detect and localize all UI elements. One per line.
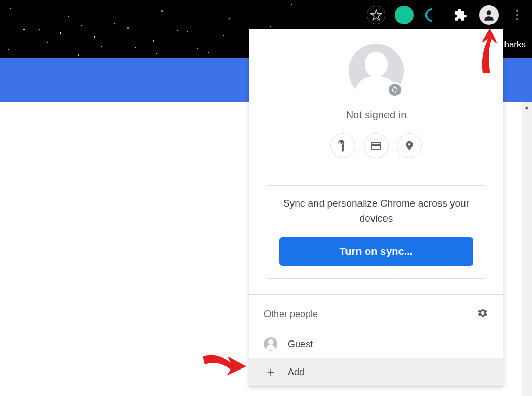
chrome-menu-button[interactable]: [508, 6, 527, 24]
puzzle-icon: [454, 8, 467, 22]
signin-status: Not signed in: [260, 109, 493, 121]
other-people-section: Other people Guest + Add: [249, 295, 503, 386]
sync-card: Sync and personalize Chrome across your …: [264, 185, 488, 279]
person-icon: [482, 8, 496, 22]
credit-card-icon: [370, 140, 382, 152]
profile-avatar: [349, 44, 404, 99]
shortcut-buttons-row: [260, 133, 493, 158]
add-label: Add: [288, 367, 304, 378]
vertical-scrollbar[interactable]: ▲: [522, 102, 532, 396]
location-pin-icon: [404, 140, 415, 152]
guest-icon: [264, 337, 277, 351]
sync-description: Sync and personalize Chrome across your …: [279, 196, 473, 226]
manage-people-button[interactable]: [477, 307, 488, 321]
payment-methods-button[interactable]: [364, 133, 389, 158]
add-profile-item[interactable]: + Add: [249, 358, 503, 386]
grammarly-extension-icon[interactable]: [395, 6, 414, 24]
plus-icon: +: [264, 365, 277, 379]
profile-button[interactable]: [479, 5, 499, 25]
bookmarks-label: harks: [504, 39, 526, 50]
three-dots-icon: [516, 10, 518, 20]
profile-menu-header: Not signed in: [249, 29, 503, 173]
addresses-button[interactable]: [397, 133, 422, 158]
bookmark-star-button[interactable]: [367, 6, 385, 24]
guest-profile-item[interactable]: Guest: [249, 330, 503, 358]
guest-label: Guest: [288, 339, 313, 350]
extension-ring-icon[interactable]: [423, 6, 442, 24]
key-icon: [337, 140, 349, 152]
profile-menu-popup: Not signed in Sync and personalize Chrom…: [249, 29, 503, 387]
sync-off-badge-icon: [387, 82, 403, 98]
content-panel: [0, 102, 243, 396]
svg-point-0: [487, 10, 491, 15]
gear-icon: [477, 307, 488, 319]
scroll-up-button[interactable]: ▲: [522, 102, 532, 112]
extensions-button[interactable]: [451, 6, 470, 24]
turn-on-sync-button[interactable]: Turn on sync...: [279, 237, 473, 266]
star-icon: [370, 9, 382, 21]
browser-toolbar: [367, 5, 527, 25]
passwords-button[interactable]: [330, 133, 355, 158]
other-people-title: Other people: [264, 309, 318, 320]
